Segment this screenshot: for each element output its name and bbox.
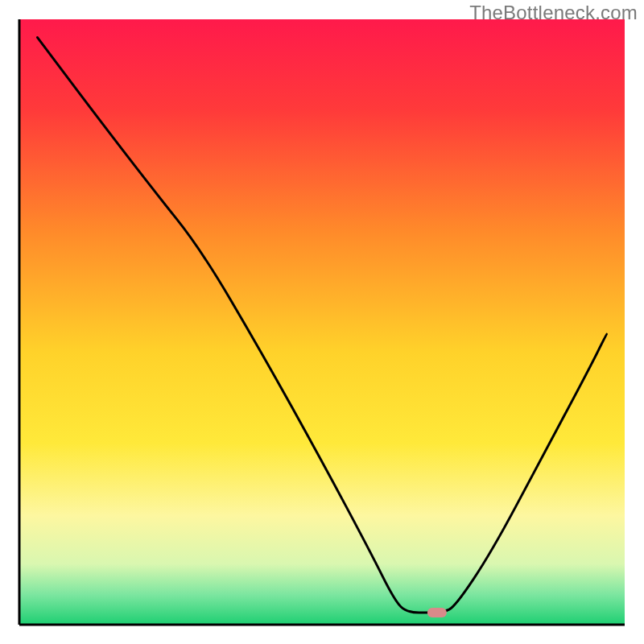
gradient-background (19, 19, 625, 625)
watermark-text: TheBottleneck.com (469, 2, 638, 24)
chart-svg (0, 0, 644, 644)
optimal-point-marker (427, 608, 447, 617)
bottleneck-chart: TheBottleneck.com (0, 0, 644, 644)
